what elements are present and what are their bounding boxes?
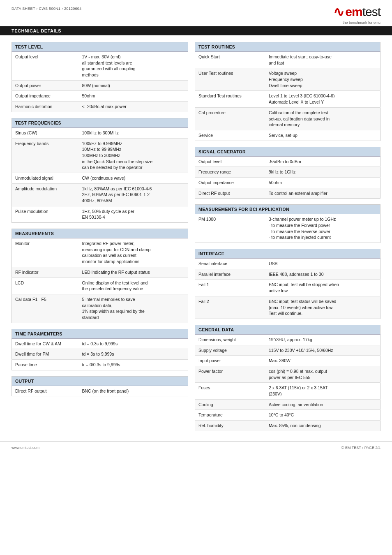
table-cell-label: Dwell time for CW & AM bbox=[12, 338, 79, 349]
table-cell-value: 100kHz to 9.999MHz 10MHz to 99.99MHz 100… bbox=[79, 138, 188, 173]
table-cell-value: Service, set-up bbox=[265, 130, 380, 141]
table-row: Supply voltage115V to 230V +10/-15%, 50/… bbox=[195, 345, 380, 356]
output-title: OUTPUT bbox=[12, 376, 188, 386]
table-row: Quick StartImmediate test start; easy-to… bbox=[195, 52, 380, 68]
table-cell-value: td = 0.3s to 9,999s bbox=[79, 338, 188, 349]
table-cell-value: Online display of the test level and the… bbox=[79, 278, 188, 294]
table-cell-value: To control an external amplifier bbox=[265, 188, 380, 199]
table-row: Serial interfaceUSB bbox=[195, 259, 380, 269]
table-row: Dwell time for CW & AMtd = 0.3s to 9,999… bbox=[12, 338, 188, 349]
table-cell-value: Immediate test start; easy-to-use and fa… bbox=[265, 52, 380, 68]
table-cell-label: Fail 2 bbox=[195, 296, 265, 319]
logo: ∿ emtest bbox=[333, 4, 380, 20]
table-cell-value: 100kHz to 300MHz bbox=[79, 127, 188, 138]
table-row: Output level-55dBm to 0dBm bbox=[195, 156, 380, 167]
table-row: Amplitude modulation1kHz, 80%AM as per I… bbox=[12, 183, 188, 206]
logo-tagline: the benchmark for emc bbox=[343, 21, 380, 25]
signal-generator-table: SIGNAL GENERATOR Output level-55dBm to 0… bbox=[195, 147, 380, 199]
table-row: Rel. humidityMax. 85%, non condensing bbox=[195, 421, 380, 431]
table-cell-value: Voltage sweep Frequency sweep Dwell time… bbox=[265, 68, 380, 91]
table-cell-value: Integrated RF power meter, measuring inp… bbox=[79, 238, 188, 267]
interface-table: INTERFACE Serial interfaceUSBParallel in… bbox=[195, 249, 380, 319]
table-cell-label: Standard Test routines bbox=[195, 91, 265, 107]
table-cell-value: 115V to 230V +10/-15%, 50/60Hz bbox=[265, 345, 380, 356]
test-frequencies-table: TEST FREQUENCIES Sinus (CW)100kHz to 300… bbox=[12, 118, 188, 223]
test-routines-title: TEST ROUTINES bbox=[195, 42, 380, 52]
test-routines-table: TEST ROUTINES Quick StartImmediate test … bbox=[195, 42, 380, 141]
table-cell-value: cos (phi) = 0.98 at max. output power as… bbox=[265, 366, 380, 382]
table-cell-value: Calibration of the complete test set-up,… bbox=[265, 107, 380, 130]
table-cell-label: Pulse modulation bbox=[12, 206, 79, 222]
table-cell-value: 9kHz to 1GHz bbox=[265, 167, 380, 178]
table-row: Pause timetr = 0/0.3s to 9,999s bbox=[12, 360, 188, 370]
table-row: Direct RF outputTo control an external a… bbox=[195, 188, 380, 199]
table-cell-label: Serial interface bbox=[195, 259, 265, 269]
time-paramenters-table: TIME PARAMENTERS Dwell time for CW & AMt… bbox=[12, 329, 188, 370]
table-cell-label: Sinus (CW) bbox=[12, 127, 79, 138]
measurements-table: MEASUREMENTS MonitorIntegrated RF power … bbox=[12, 229, 188, 323]
table-cell-value: 5 internal memories to save calibration … bbox=[79, 294, 188, 323]
table-cell-value: Level 1 to Level 3 (IEC 61000-4-6) Autom… bbox=[265, 91, 380, 107]
table-row: Cal procedureCalibration of the complete… bbox=[195, 107, 380, 130]
table-cell-label: Parallel interface bbox=[195, 269, 265, 280]
table-row: Output power80W (nominal) bbox=[12, 80, 188, 91]
table-cell-value: 1Hz, 50% duty cycle as per EN 50130-4 bbox=[79, 206, 188, 222]
table-cell-label: Output level bbox=[195, 156, 265, 167]
table-cell-label: Direct RF output bbox=[12, 386, 79, 396]
table-row: CoolingActive cooling, air ventilation bbox=[195, 399, 380, 410]
table-cell-value: 10°C to 40°C bbox=[265, 410, 380, 421]
table-row: Pulse modulation1Hz, 50% duty cycle as p… bbox=[12, 206, 188, 222]
table-row: Cal data F1 - F55 internal memories to s… bbox=[12, 294, 188, 323]
logo-area: ∿ emtest the benchmark for emc bbox=[333, 4, 380, 25]
table-row: Unmodulated signalCW (continuous wave) bbox=[12, 173, 188, 183]
logo-wave-icon: ∿ bbox=[333, 4, 344, 20]
table-cell-label: Fuses bbox=[195, 383, 265, 399]
table-row: Direct RF outputBNC (on the front panel) bbox=[12, 386, 188, 396]
table-cell-value: td = 3s to 9,999s bbox=[79, 349, 188, 360]
table-row: Standard Test routinesLevel 1 to Level 3… bbox=[195, 91, 380, 107]
measurements-title: MEASUREMENTS bbox=[12, 229, 188, 238]
table-cell-label: Cal data F1 - F5 bbox=[12, 294, 79, 323]
footer: www.emtest.com © EM TEST › PAGE 2/4 bbox=[0, 441, 392, 454]
table-cell-value: 50ohm bbox=[79, 91, 188, 102]
header: DATA SHEET › CWS 500N1 › 20120604 ∿ emte… bbox=[0, 0, 392, 26]
table-cell-label: Direct RF output bbox=[195, 188, 265, 199]
table-cell-value: BNC input; test status will be saved (ma… bbox=[265, 296, 380, 319]
table-cell-label: Output power bbox=[12, 80, 79, 91]
table-row: Harmonic distortion< -20dBc at max.power bbox=[12, 102, 188, 112]
table-cell-label: Monitor bbox=[12, 238, 79, 267]
table-cell-label: Output level bbox=[12, 52, 79, 81]
table-cell-value: BNC (on the front panel) bbox=[79, 386, 188, 396]
table-cell-value: < -20dBc at max.power bbox=[79, 102, 188, 112]
table-row: Dimensions, weight19"/3HU, approx. 17kg bbox=[195, 334, 380, 345]
table-cell-value: Active cooling, air ventilation bbox=[265, 399, 380, 410]
table-cell-value: CW (continuous wave) bbox=[79, 173, 188, 183]
table-row: Parallel interfaceIEEE 488, addresses 1 … bbox=[195, 269, 380, 280]
table-cell-label: Amplitude modulation bbox=[12, 183, 79, 206]
table-row: Fail 1BNC input; test will be stopped wh… bbox=[195, 280, 380, 296]
table-row: Power factorcos (phi) = 0.98 at max. out… bbox=[195, 366, 380, 382]
table-cell-label: Unmodulated signal bbox=[12, 173, 79, 183]
table-cell-label: User Test routines bbox=[195, 68, 265, 91]
table-cell-value: 2 x 6.3AT (115V) or 2 x 3.15AT (230V) bbox=[265, 383, 380, 399]
general-data-table: GENERAL DATA Dimensions, weight19"/3HU, … bbox=[195, 325, 380, 431]
col-right: TEST ROUTINES Quick StartImmediate test … bbox=[195, 42, 380, 431]
table-row: Input powerMax. 380W bbox=[195, 356, 380, 366]
table-row: Output impedance50ohm bbox=[12, 91, 188, 102]
general-data-title: GENERAL DATA bbox=[195, 325, 380, 334]
section-title: TECHNICAL DETAILS bbox=[0, 26, 392, 35]
breadcrumb: DATA SHEET › CWS 500N1 › 20120604 bbox=[12, 7, 81, 11]
table-cell-value: Max. 85%, non condensing bbox=[265, 421, 380, 431]
table-cell-label: Service bbox=[195, 130, 265, 141]
table-row: RF indicatorLED indicating the RF output… bbox=[12, 267, 188, 278]
table-cell-label: Cooling bbox=[195, 399, 265, 410]
table-cell-label: RF indicator bbox=[12, 267, 79, 278]
test-frequencies-title: TEST FREQUENCIES bbox=[12, 118, 188, 127]
table-cell-label: Quick Start bbox=[195, 52, 265, 68]
signal-generator-title: SIGNAL GENERATOR bbox=[195, 147, 380, 156]
table-cell-label: Output impedance bbox=[12, 91, 79, 102]
table-row: Fuses2 x 6.3AT (115V) or 2 x 3.15AT (230… bbox=[195, 383, 380, 399]
table-row: Output level1V - max. 30V (emf) all stan… bbox=[12, 52, 188, 81]
footer-right: © EM TEST › PAGE 2/4 bbox=[341, 446, 380, 450]
table-cell-label: Power factor bbox=[195, 366, 265, 382]
